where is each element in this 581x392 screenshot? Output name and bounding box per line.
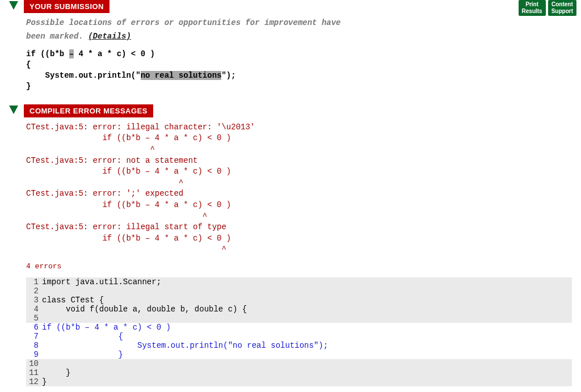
line-number: 7 [26,332,39,341]
source-text: } [42,350,123,359]
source-line: 10 [26,359,572,368]
source-text: if ((b*b – 4 * a * c) < 0 ) [42,323,171,332]
compiler-errors-section: COMPILER ERROR MESSAGES CTest.java:5: er… [9,104,572,386]
line-number: 12 [26,377,39,386]
source-line: 1import java.util.Scanner; [26,277,572,286]
error-count: 4 errors [26,262,572,271]
line-number: 2 [26,286,39,296]
line-number: 3 [26,296,39,305]
top-buttons-group: PrintResults ContentSupport [519,0,576,16]
content-support-button[interactable]: ContentSupport [548,0,576,16]
source-line: 3class CTest { [26,296,572,305]
submission-code-block: if ((b*b – 4 * a * c) < 0 ) { System.out… [26,49,572,92]
code-l1a: if ((b*b [26,49,69,58]
source-text: import java.util.Scanner; [42,277,161,286]
code-l3b: "); [221,71,235,80]
section-header: YOUR SUBMISSION [9,0,572,13]
section-header: COMPILER ERROR MESSAGES [9,104,572,117]
source-listing: 1import java.util.Scanner;23class CTest … [26,277,572,386]
print-results-button[interactable]: PrintResults [519,0,546,16]
line-number: 9 [26,350,39,359]
code-l1-highlight: – [69,49,74,58]
submission-intro-line2-wrapper: been marked. (Details) [26,31,572,43]
details-link[interactable]: (Details) [88,32,131,41]
source-line: 7 { [26,332,572,341]
section-title: COMPILER ERROR MESSAGES [24,104,153,117]
line-number: 6 [26,323,39,332]
submission-intro-line1: Possible locations of errors or opportun… [26,18,572,29]
source-text: { [42,332,123,341]
source-line: 9 } [26,350,572,359]
source-text: class CTest { [42,296,104,305]
line-number: 1 [26,277,39,286]
source-text: void f(double a, double b, double c) { [42,305,247,314]
your-submission-section: YOUR SUBMISSION Possible locations of er… [9,0,572,92]
line-number: 11 [26,368,39,377]
line-number: 10 [26,359,39,368]
source-line: 4 void f(double a, double b, double c) { [26,305,572,314]
line-number: 5 [26,314,39,323]
code-l3a: System.out.println(" [26,71,141,80]
source-text: } [42,377,47,386]
code-l2: { [26,60,31,69]
section-title: YOUR SUBMISSION [24,0,110,13]
compiler-error-output: CTest.java:5: error: illegal character: … [26,122,572,255]
source-line: 2 [26,286,572,296]
source-line: 12} [26,377,572,386]
source-text: System.out.println("no real solutions"); [42,341,328,350]
collapse-triangle-icon[interactable] [9,1,18,10]
source-line: 6if ((b*b – 4 * a * c) < 0 ) [26,323,572,332]
line-number: 4 [26,305,39,314]
collapse-triangle-icon[interactable] [9,106,18,114]
code-l4: } [26,82,31,91]
source-line: 5 [26,314,572,323]
code-l1b: 4 * a * c) < 0 ) [74,49,155,58]
submission-intro-line2: been marked. [26,32,88,41]
code-l3-highlight: no real solutions [141,71,222,80]
source-line: 11 } [26,368,572,377]
line-number: 8 [26,341,39,350]
source-text: } [42,368,70,377]
source-line: 8 System.out.println("no real solutions"… [26,341,572,350]
